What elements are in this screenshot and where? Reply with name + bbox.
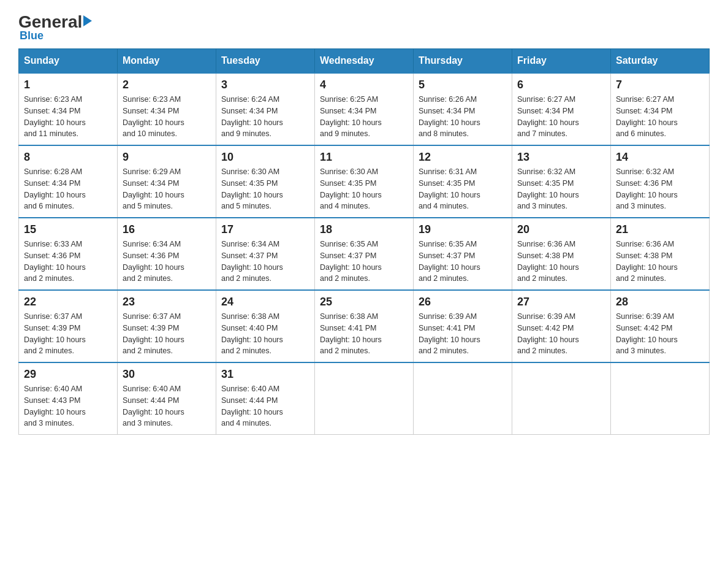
calendar-week-row: 1 Sunrise: 6:23 AMSunset: 4:34 PMDayligh… (19, 73, 710, 145)
day-info: Sunrise: 6:40 AMSunset: 4:44 PMDaylight:… (123, 383, 211, 429)
day-info: Sunrise: 6:23 AMSunset: 4:34 PMDaylight:… (123, 94, 211, 140)
day-info: Sunrise: 6:35 AMSunset: 4:37 PMDaylight:… (419, 239, 507, 285)
day-number: 29 (24, 368, 112, 381)
day-number: 28 (616, 296, 704, 308)
day-info: Sunrise: 6:36 AMSunset: 4:38 PMDaylight:… (517, 239, 605, 285)
calendar-week-row: 15 Sunrise: 6:33 AMSunset: 4:36 PMDaylig… (19, 218, 710, 290)
day-info: Sunrise: 6:40 AMSunset: 4:44 PMDaylight:… (221, 383, 309, 429)
day-number: 1 (24, 79, 112, 91)
day-number: 8 (24, 151, 112, 164)
day-number: 22 (24, 296, 112, 308)
day-number: 18 (320, 223, 408, 236)
day-info: Sunrise: 6:38 AMSunset: 4:41 PMDaylight:… (320, 311, 408, 357)
calendar-cell: 23 Sunrise: 6:37 AMSunset: 4:39 PMDaylig… (118, 290, 216, 362)
day-number: 9 (123, 151, 211, 164)
calendar-header-monday: Monday (118, 49, 216, 74)
day-number: 7 (616, 79, 704, 91)
calendar-cell: 5 Sunrise: 6:26 AMSunset: 4:34 PMDayligh… (414, 73, 512, 145)
calendar-week-row: 29 Sunrise: 6:40 AMSunset: 4:43 PMDaylig… (19, 362, 710, 435)
day-info: Sunrise: 6:37 AMSunset: 4:39 PMDaylight:… (24, 311, 112, 357)
day-number: 10 (221, 151, 309, 164)
day-number: 19 (419, 223, 507, 236)
calendar-header-row: SundayMondayTuesdayWednesdayThursdayFrid… (19, 49, 710, 74)
day-info: Sunrise: 6:25 AMSunset: 4:34 PMDaylight:… (320, 94, 408, 140)
day-info: Sunrise: 6:33 AMSunset: 4:36 PMDaylight:… (24, 239, 112, 285)
calendar-cell: 29 Sunrise: 6:40 AMSunset: 4:43 PMDaylig… (19, 362, 118, 435)
day-info: Sunrise: 6:38 AMSunset: 4:40 PMDaylight:… (221, 311, 309, 357)
calendar-cell: 16 Sunrise: 6:34 AMSunset: 4:36 PMDaylig… (118, 218, 216, 290)
day-number: 17 (221, 223, 309, 236)
calendar-cell: 9 Sunrise: 6:29 AMSunset: 4:34 PMDayligh… (118, 145, 216, 218)
calendar-week-row: 8 Sunrise: 6:28 AMSunset: 4:34 PMDayligh… (19, 145, 710, 218)
calendar-cell: 15 Sunrise: 6:33 AMSunset: 4:36 PMDaylig… (19, 218, 118, 290)
day-number: 27 (517, 296, 605, 308)
logo: General Blue (18, 12, 92, 42)
calendar-cell: 21 Sunrise: 6:36 AMSunset: 4:38 PMDaylig… (611, 218, 710, 290)
calendar-week-row: 22 Sunrise: 6:37 AMSunset: 4:39 PMDaylig… (19, 290, 710, 362)
day-info: Sunrise: 6:40 AMSunset: 4:43 PMDaylight:… (24, 383, 112, 429)
calendar-cell: 26 Sunrise: 6:39 AMSunset: 4:41 PMDaylig… (414, 290, 512, 362)
calendar-cell: 19 Sunrise: 6:35 AMSunset: 4:37 PMDaylig… (414, 218, 512, 290)
day-number: 26 (419, 296, 507, 308)
calendar-cell: 13 Sunrise: 6:32 AMSunset: 4:35 PMDaylig… (512, 145, 611, 218)
calendar-cell: 12 Sunrise: 6:31 AMSunset: 4:35 PMDaylig… (414, 145, 512, 218)
day-number: 21 (616, 223, 704, 236)
calendar-cell: 7 Sunrise: 6:27 AMSunset: 4:34 PMDayligh… (611, 73, 710, 145)
calendar-cell (414, 362, 512, 435)
calendar-cell: 3 Sunrise: 6:24 AMSunset: 4:34 PMDayligh… (216, 73, 315, 145)
day-info: Sunrise: 6:32 AMSunset: 4:36 PMDaylight:… (616, 166, 704, 212)
day-number: 2 (123, 79, 211, 91)
calendar-cell: 11 Sunrise: 6:30 AMSunset: 4:35 PMDaylig… (315, 145, 414, 218)
calendar-cell: 4 Sunrise: 6:25 AMSunset: 4:34 PMDayligh… (315, 73, 414, 145)
day-number: 11 (320, 151, 408, 164)
day-info: Sunrise: 6:28 AMSunset: 4:34 PMDaylight:… (24, 166, 112, 212)
calendar-cell (315, 362, 414, 435)
day-number: 23 (123, 296, 211, 308)
calendar-cell: 31 Sunrise: 6:40 AMSunset: 4:44 PMDaylig… (216, 362, 315, 435)
calendar-cell: 25 Sunrise: 6:38 AMSunset: 4:41 PMDaylig… (315, 290, 414, 362)
day-info: Sunrise: 6:30 AMSunset: 4:35 PMDaylight:… (221, 166, 309, 212)
day-info: Sunrise: 6:35 AMSunset: 4:37 PMDaylight:… (320, 239, 408, 285)
calendar-cell (512, 362, 611, 435)
calendar-header-tuesday: Tuesday (216, 49, 315, 74)
day-info: Sunrise: 6:39 AMSunset: 4:42 PMDaylight:… (517, 311, 605, 357)
logo-subtitle: Blue (20, 29, 44, 42)
calendar-cell: 1 Sunrise: 6:23 AMSunset: 4:34 PMDayligh… (19, 73, 118, 145)
day-info: Sunrise: 6:36 AMSunset: 4:38 PMDaylight:… (616, 239, 704, 285)
day-number: 12 (419, 151, 507, 164)
day-info: Sunrise: 6:27 AMSunset: 4:34 PMDaylight:… (517, 94, 605, 140)
page-header: General Blue (18, 12, 710, 42)
day-number: 16 (123, 223, 211, 236)
day-info: Sunrise: 6:34 AMSunset: 4:36 PMDaylight:… (123, 239, 211, 285)
day-number: 25 (320, 296, 408, 308)
day-number: 6 (517, 79, 605, 91)
calendar-cell: 14 Sunrise: 6:32 AMSunset: 4:36 PMDaylig… (611, 145, 710, 218)
day-number: 30 (123, 368, 211, 381)
calendar-cell: 24 Sunrise: 6:38 AMSunset: 4:40 PMDaylig… (216, 290, 315, 362)
calendar-table: SundayMondayTuesdayWednesdayThursdayFrid… (18, 48, 710, 435)
day-number: 5 (419, 79, 507, 91)
calendar-cell (611, 362, 710, 435)
day-info: Sunrise: 6:37 AMSunset: 4:39 PMDaylight:… (123, 311, 211, 357)
day-info: Sunrise: 6:31 AMSunset: 4:35 PMDaylight:… (419, 166, 507, 212)
calendar-cell: 28 Sunrise: 6:39 AMSunset: 4:42 PMDaylig… (611, 290, 710, 362)
day-number: 24 (221, 296, 309, 308)
day-info: Sunrise: 6:32 AMSunset: 4:35 PMDaylight:… (517, 166, 605, 212)
calendar-cell: 18 Sunrise: 6:35 AMSunset: 4:37 PMDaylig… (315, 218, 414, 290)
day-info: Sunrise: 6:39 AMSunset: 4:41 PMDaylight:… (419, 311, 507, 357)
day-info: Sunrise: 6:30 AMSunset: 4:35 PMDaylight:… (320, 166, 408, 212)
day-number: 3 (221, 79, 309, 91)
calendar-cell: 2 Sunrise: 6:23 AMSunset: 4:34 PMDayligh… (118, 73, 216, 145)
calendar-cell: 17 Sunrise: 6:34 AMSunset: 4:37 PMDaylig… (216, 218, 315, 290)
calendar-cell: 10 Sunrise: 6:30 AMSunset: 4:35 PMDaylig… (216, 145, 315, 218)
day-info: Sunrise: 6:24 AMSunset: 4:34 PMDaylight:… (221, 94, 309, 140)
day-info: Sunrise: 6:26 AMSunset: 4:34 PMDaylight:… (419, 94, 507, 140)
calendar-cell: 20 Sunrise: 6:36 AMSunset: 4:38 PMDaylig… (512, 218, 611, 290)
calendar-cell: 30 Sunrise: 6:40 AMSunset: 4:44 PMDaylig… (118, 362, 216, 435)
calendar-header-sunday: Sunday (19, 49, 118, 74)
day-number: 13 (517, 151, 605, 164)
day-info: Sunrise: 6:23 AMSunset: 4:34 PMDaylight:… (24, 94, 112, 140)
day-info: Sunrise: 6:29 AMSunset: 4:34 PMDaylight:… (123, 166, 211, 212)
calendar-header-wednesday: Wednesday (315, 49, 414, 74)
logo-triangle-icon (83, 15, 92, 26)
